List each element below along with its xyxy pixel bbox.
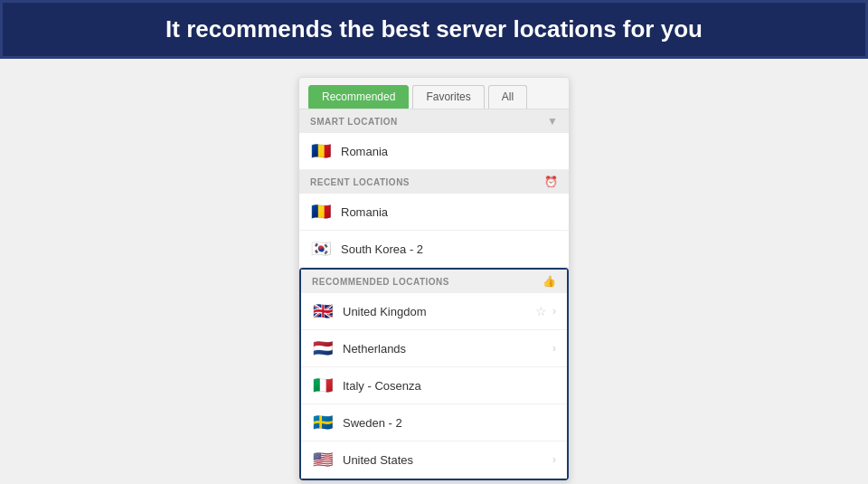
netherlands-actions: › xyxy=(552,342,556,355)
romania-name-recent: Romania xyxy=(341,205,558,219)
recommended-uk[interactable]: 🇬🇧 United Kingdom ☆ › xyxy=(301,293,567,330)
sweden-name: Sweden - 2 xyxy=(343,416,556,430)
netherlands-flag: 🇳🇱 xyxy=(312,338,334,358)
thumbs-up-icon: 👍 xyxy=(542,275,556,288)
uk-star-icon[interactable]: ☆ xyxy=(535,304,547,318)
tab-recommended[interactable]: Recommended xyxy=(308,85,409,109)
recommended-netherlands[interactable]: 🇳🇱 Netherlands › xyxy=(301,330,567,367)
recommended-us[interactable]: 🇺🇸 United States › xyxy=(301,441,567,479)
recent-locations-header: RECENT LOCATIONS ⏰ xyxy=(299,170,569,194)
tabs-row: Recommended Favorites All xyxy=(299,78,569,109)
recent-romania[interactable]: 🇷🇴 Romania xyxy=(299,194,569,231)
italy-flag: 🇮🇹 xyxy=(312,375,334,395)
south-korea-flag: 🇰🇷 xyxy=(310,239,332,259)
main-content: Recommended Favorites All SMART LOCATION… xyxy=(0,59,868,484)
romania-flag-recent: 🇷🇴 xyxy=(310,202,332,222)
recommended-locations-header: RECOMMENDED LOCATIONS 👍 xyxy=(301,270,567,293)
sweden-flag: 🇸🇪 xyxy=(312,413,334,432)
romania-name-smart: Romania xyxy=(341,145,558,158)
us-name: United States xyxy=(343,453,552,467)
italy-name: Italy - Cosenza xyxy=(343,379,556,393)
uk-flag: 🇬🇧 xyxy=(312,301,334,321)
tab-favorites[interactable]: Favorites xyxy=(412,85,484,109)
recommended-locations-label: RECOMMENDED LOCATIONS xyxy=(312,277,449,287)
filter-icon: ▼ xyxy=(547,115,558,128)
vpn-panel: Recommended Favorites All SMART LOCATION… xyxy=(298,77,570,481)
recommended-section: RECOMMENDED LOCATIONS 👍 🇬🇧 United Kingdo… xyxy=(299,268,569,480)
recent-locations-label: RECENT LOCATIONS xyxy=(310,177,410,187)
recent-south-korea[interactable]: 🇰🇷 South Korea - 2 xyxy=(299,231,569,268)
header-banner: It recommends the best server locations … xyxy=(0,0,868,59)
uk-actions: ☆ › xyxy=(535,304,556,318)
clock-icon: ⏰ xyxy=(544,176,558,188)
uk-name: United Kingdom xyxy=(343,305,535,318)
us-chevron-icon: › xyxy=(552,453,556,466)
netherlands-name: Netherlands xyxy=(343,342,552,356)
south-korea-name: South Korea - 2 xyxy=(341,242,558,256)
recommended-sweden[interactable]: 🇸🇪 Sweden - 2 xyxy=(301,404,567,441)
smart-location-romania[interactable]: 🇷🇴 Romania xyxy=(299,133,569,170)
recommended-italy[interactable]: 🇮🇹 Italy - Cosenza xyxy=(301,367,567,404)
uk-chevron-icon: › xyxy=(552,305,556,318)
smart-location-header: SMART LOCATION ▼ xyxy=(299,109,569,133)
header-title: It recommends the best server locations … xyxy=(165,15,703,43)
smart-location-label: SMART LOCATION xyxy=(310,117,398,127)
us-actions: › xyxy=(552,453,556,466)
tab-all[interactable]: All xyxy=(488,85,527,109)
us-flag: 🇺🇸 xyxy=(312,450,334,470)
netherlands-chevron-icon: › xyxy=(552,342,556,355)
romania-flag-smart: 🇷🇴 xyxy=(310,141,332,161)
